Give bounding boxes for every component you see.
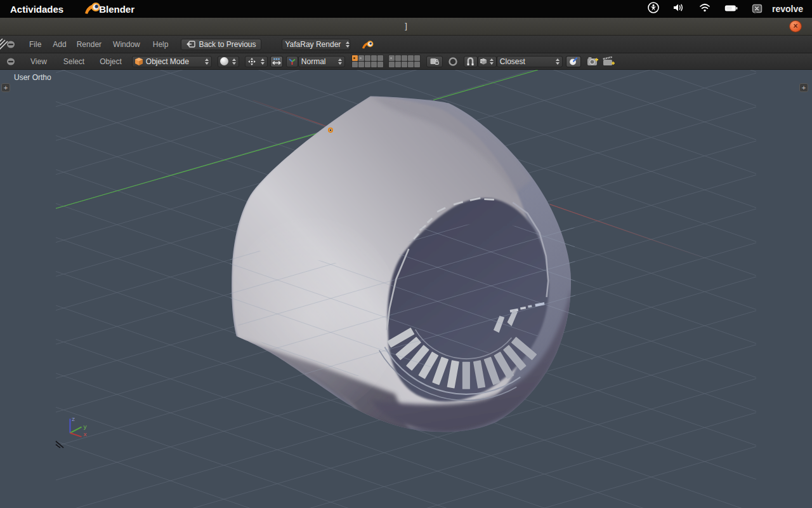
stepper-arrows-icon xyxy=(230,58,239,65)
snap-target-select[interactable]: Closest xyxy=(497,56,563,67)
layers-widget-1[interactable] xyxy=(351,55,384,68)
back-arrow-icon xyxy=(187,41,195,48)
system-tray: revolve xyxy=(648,2,812,16)
window-title-bar[interactable]: ] × xyxy=(0,18,812,36)
orientation-value: Normal xyxy=(299,57,329,66)
opengl-render-button[interactable] xyxy=(587,56,599,67)
object-origin-center xyxy=(330,130,331,131)
blender-header-logo-icon xyxy=(362,39,375,50)
mode-select[interactable]: Object Mode xyxy=(132,56,212,67)
app-title: Blender xyxy=(99,4,134,15)
layer-4[interactable] xyxy=(371,55,377,61)
object-mode-cube-icon xyxy=(134,57,143,66)
layer-14[interactable] xyxy=(371,62,377,67)
menu-render[interactable]: Render xyxy=(73,40,105,49)
screen: Actividades Blender xyxy=(0,0,812,508)
expand-properties-button[interactable]: + xyxy=(799,83,808,92)
layer-9[interactable] xyxy=(408,55,414,61)
layer-13[interactable] xyxy=(365,62,370,67)
layer-18[interactable] xyxy=(402,62,407,67)
mode-value: Object Mode xyxy=(143,57,192,66)
axis-gizmo-label-x: x xyxy=(83,431,87,438)
menu-select[interactable]: Select xyxy=(60,57,88,66)
stepper-arrows-icon xyxy=(336,58,344,65)
orientation-axis-button[interactable] xyxy=(286,56,298,67)
axis-gizmo: z y x xyxy=(70,415,87,438)
app-menu[interactable]: Blender xyxy=(84,0,134,18)
shading-sphere-icon xyxy=(220,57,228,65)
camera-icon xyxy=(587,56,599,67)
activities-button[interactable]: Actividades xyxy=(0,4,74,15)
layer-1-active[interactable] xyxy=(352,55,358,61)
translate-manipulator-icon xyxy=(272,57,281,66)
close-button[interactable]: × xyxy=(789,20,802,32)
opengl-render-animation-button[interactable] xyxy=(603,56,615,67)
proportional-circle-icon xyxy=(448,57,458,67)
layer-20[interactable] xyxy=(414,62,420,67)
stepper-arrows-icon xyxy=(202,58,211,65)
align-rotation-ball-icon xyxy=(568,57,578,66)
layer-3[interactable] xyxy=(365,55,370,61)
window-title: ] xyxy=(0,21,812,30)
back-to-previous-label: Back to Previous xyxy=(199,40,256,49)
layer-17[interactable] xyxy=(395,62,401,67)
menu-help[interactable]: Help xyxy=(149,40,173,49)
layer-7[interactable] xyxy=(395,55,401,61)
volume-icon[interactable] xyxy=(673,3,685,15)
stepper-arrows-icon xyxy=(258,58,267,65)
layer-11[interactable] xyxy=(352,62,358,67)
layer-19[interactable] xyxy=(408,62,414,67)
snap-target-value: Closest xyxy=(497,57,528,66)
wifi-icon[interactable] xyxy=(699,3,710,15)
pivot-point-icon xyxy=(247,57,256,66)
menu-window[interactable]: Window xyxy=(109,40,144,49)
gnome-top-bar: Actividades Blender xyxy=(0,0,812,18)
render-engine-select[interactable]: YafaRay Render xyxy=(282,39,350,50)
layer-5[interactable] xyxy=(377,55,383,61)
stepper-arrows-icon xyxy=(343,41,352,48)
expand-toolshelf-button[interactable]: + xyxy=(1,83,10,92)
model-highlight xyxy=(225,218,400,415)
layer-2[interactable] xyxy=(358,55,364,61)
layer-10[interactable] xyxy=(414,55,420,61)
axis-gizmo-label-y: y xyxy=(83,423,87,430)
manipulator-toggle[interactable] xyxy=(270,56,283,67)
lock-camera-layers-button[interactable] xyxy=(426,56,443,67)
menu-add[interactable]: Add xyxy=(49,40,70,49)
status-label: revolve xyxy=(772,4,803,14)
clapperboard-icon xyxy=(603,56,615,67)
magnet-icon xyxy=(466,57,475,66)
proportional-edit-toggle[interactable] xyxy=(447,57,459,67)
menu-object[interactable]: Object xyxy=(96,57,126,66)
axis-gizmo-label-z: z xyxy=(72,415,75,422)
layers-widget-2[interactable] xyxy=(388,55,421,68)
model-object[interactable] xyxy=(56,70,756,508)
pivot-point-select[interactable] xyxy=(245,56,268,67)
viewport-3d[interactable]: z y x User Ortho + + xyxy=(0,70,812,508)
stepper-arrows-icon xyxy=(487,58,496,65)
window-resize-grip-top-left[interactable] xyxy=(0,36,9,53)
layer-12[interactable] xyxy=(358,62,364,67)
editor-type-selector-3dview[interactable] xyxy=(5,57,16,66)
lock-icon xyxy=(429,57,440,66)
layer-15[interactable] xyxy=(377,62,383,67)
viewport-shading-select[interactable] xyxy=(218,56,239,67)
snap-toggle[interactable] xyxy=(464,56,478,67)
layer-6[interactable] xyxy=(389,55,395,61)
orientation-select[interactable]: Normal xyxy=(298,56,345,67)
chat-bubble-icon xyxy=(752,4,763,15)
render-engine-value: YafaRay Render xyxy=(282,40,343,49)
layer-16[interactable] xyxy=(389,62,395,67)
snap-element-select[interactable] xyxy=(478,56,497,67)
menu-file[interactable]: File xyxy=(25,40,45,49)
viewport-canvas[interactable]: z y x xyxy=(0,70,812,508)
menu-view[interactable]: View xyxy=(27,57,51,66)
accessibility-icon[interactable] xyxy=(648,2,659,16)
notification-indicator[interactable] xyxy=(752,4,763,15)
back-to-previous-button[interactable]: Back to Previous xyxy=(181,39,261,50)
snap-align-rotation-toggle[interactable] xyxy=(566,56,581,67)
view3d-header: View Select Object Object Mode xyxy=(0,53,812,70)
snap-element-cube-icon xyxy=(480,57,487,65)
battery-icon[interactable] xyxy=(724,3,738,15)
layer-8[interactable] xyxy=(402,55,407,61)
